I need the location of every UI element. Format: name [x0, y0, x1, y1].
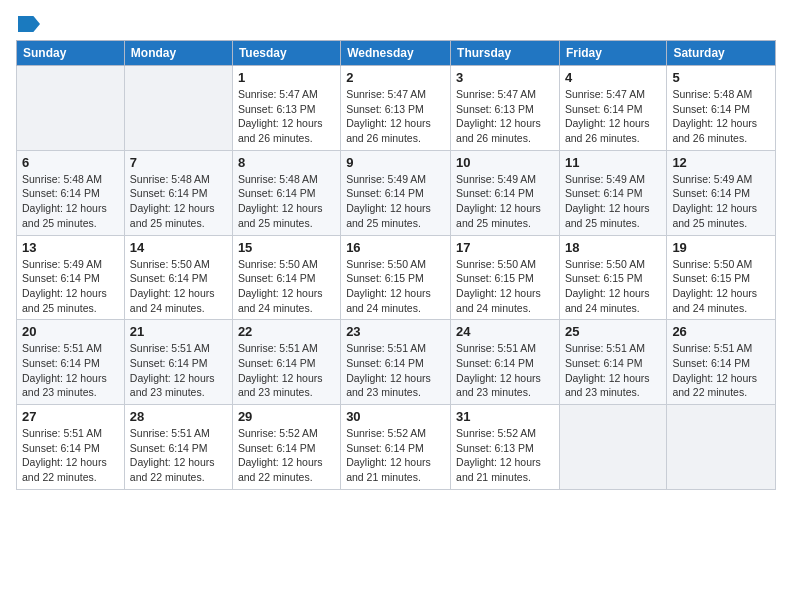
week-row-5: 27Sunrise: 5:51 AMSunset: 6:14 PMDayligh…	[17, 405, 776, 490]
day-number: 8	[238, 155, 335, 170]
day-info: Sunrise: 5:50 AMSunset: 6:14 PMDaylight:…	[238, 257, 335, 316]
day-number: 11	[565, 155, 661, 170]
column-header-thursday: Thursday	[451, 41, 560, 66]
logo-icon	[18, 16, 40, 32]
day-number: 6	[22, 155, 119, 170]
day-cell: 6Sunrise: 5:48 AMSunset: 6:14 PMDaylight…	[17, 150, 125, 235]
day-cell: 26Sunrise: 5:51 AMSunset: 6:14 PMDayligh…	[667, 320, 776, 405]
day-number: 5	[672, 70, 770, 85]
day-cell: 10Sunrise: 5:49 AMSunset: 6:14 PMDayligh…	[451, 150, 560, 235]
week-row-3: 13Sunrise: 5:49 AMSunset: 6:14 PMDayligh…	[17, 235, 776, 320]
calendar: SundayMondayTuesdayWednesdayThursdayFrid…	[16, 40, 776, 490]
day-cell: 30Sunrise: 5:52 AMSunset: 6:14 PMDayligh…	[341, 405, 451, 490]
day-number: 25	[565, 324, 661, 339]
day-cell: 1Sunrise: 5:47 AMSunset: 6:13 PMDaylight…	[232, 66, 340, 151]
calendar-header-row: SundayMondayTuesdayWednesdayThursdayFrid…	[17, 41, 776, 66]
day-number: 18	[565, 240, 661, 255]
day-number: 2	[346, 70, 445, 85]
day-number: 7	[130, 155, 227, 170]
day-number: 29	[238, 409, 335, 424]
day-number: 28	[130, 409, 227, 424]
day-info: Sunrise: 5:51 AMSunset: 6:14 PMDaylight:…	[22, 426, 119, 485]
day-info: Sunrise: 5:48 AMSunset: 6:14 PMDaylight:…	[672, 87, 770, 146]
day-cell: 11Sunrise: 5:49 AMSunset: 6:14 PMDayligh…	[559, 150, 666, 235]
day-number: 9	[346, 155, 445, 170]
day-cell: 21Sunrise: 5:51 AMSunset: 6:14 PMDayligh…	[124, 320, 232, 405]
day-number: 17	[456, 240, 554, 255]
day-cell: 3Sunrise: 5:47 AMSunset: 6:13 PMDaylight…	[451, 66, 560, 151]
day-info: Sunrise: 5:51 AMSunset: 6:14 PMDaylight:…	[22, 341, 119, 400]
day-cell: 8Sunrise: 5:48 AMSunset: 6:14 PMDaylight…	[232, 150, 340, 235]
day-cell	[559, 405, 666, 490]
day-info: Sunrise: 5:51 AMSunset: 6:14 PMDaylight:…	[565, 341, 661, 400]
day-info: Sunrise: 5:47 AMSunset: 6:13 PMDaylight:…	[238, 87, 335, 146]
day-info: Sunrise: 5:50 AMSunset: 6:15 PMDaylight:…	[346, 257, 445, 316]
day-cell: 24Sunrise: 5:51 AMSunset: 6:14 PMDayligh…	[451, 320, 560, 405]
day-info: Sunrise: 5:48 AMSunset: 6:14 PMDaylight:…	[238, 172, 335, 231]
day-info: Sunrise: 5:51 AMSunset: 6:14 PMDaylight:…	[130, 426, 227, 485]
day-cell	[124, 66, 232, 151]
day-info: Sunrise: 5:51 AMSunset: 6:14 PMDaylight:…	[456, 341, 554, 400]
day-number: 1	[238, 70, 335, 85]
day-info: Sunrise: 5:49 AMSunset: 6:14 PMDaylight:…	[565, 172, 661, 231]
day-number: 31	[456, 409, 554, 424]
day-info: Sunrise: 5:51 AMSunset: 6:14 PMDaylight:…	[672, 341, 770, 400]
day-cell: 15Sunrise: 5:50 AMSunset: 6:14 PMDayligh…	[232, 235, 340, 320]
day-number: 24	[456, 324, 554, 339]
day-cell: 27Sunrise: 5:51 AMSunset: 6:14 PMDayligh…	[17, 405, 125, 490]
day-info: Sunrise: 5:49 AMSunset: 6:14 PMDaylight:…	[346, 172, 445, 231]
day-number: 14	[130, 240, 227, 255]
day-cell: 16Sunrise: 5:50 AMSunset: 6:15 PMDayligh…	[341, 235, 451, 320]
day-cell: 20Sunrise: 5:51 AMSunset: 6:14 PMDayligh…	[17, 320, 125, 405]
day-info: Sunrise: 5:47 AMSunset: 6:13 PMDaylight:…	[456, 87, 554, 146]
day-info: Sunrise: 5:52 AMSunset: 6:13 PMDaylight:…	[456, 426, 554, 485]
day-cell: 7Sunrise: 5:48 AMSunset: 6:14 PMDaylight…	[124, 150, 232, 235]
logo	[16, 16, 40, 32]
day-number: 15	[238, 240, 335, 255]
day-cell: 13Sunrise: 5:49 AMSunset: 6:14 PMDayligh…	[17, 235, 125, 320]
day-cell: 19Sunrise: 5:50 AMSunset: 6:15 PMDayligh…	[667, 235, 776, 320]
day-number: 12	[672, 155, 770, 170]
day-cell: 23Sunrise: 5:51 AMSunset: 6:14 PMDayligh…	[341, 320, 451, 405]
day-cell: 25Sunrise: 5:51 AMSunset: 6:14 PMDayligh…	[559, 320, 666, 405]
day-cell: 22Sunrise: 5:51 AMSunset: 6:14 PMDayligh…	[232, 320, 340, 405]
day-number: 4	[565, 70, 661, 85]
column-header-saturday: Saturday	[667, 41, 776, 66]
day-info: Sunrise: 5:47 AMSunset: 6:13 PMDaylight:…	[346, 87, 445, 146]
day-cell: 4Sunrise: 5:47 AMSunset: 6:14 PMDaylight…	[559, 66, 666, 151]
day-info: Sunrise: 5:50 AMSunset: 6:15 PMDaylight:…	[672, 257, 770, 316]
day-info: Sunrise: 5:50 AMSunset: 6:15 PMDaylight:…	[456, 257, 554, 316]
day-info: Sunrise: 5:49 AMSunset: 6:14 PMDaylight:…	[672, 172, 770, 231]
day-info: Sunrise: 5:48 AMSunset: 6:14 PMDaylight:…	[130, 172, 227, 231]
day-cell	[17, 66, 125, 151]
day-info: Sunrise: 5:51 AMSunset: 6:14 PMDaylight:…	[346, 341, 445, 400]
day-info: Sunrise: 5:49 AMSunset: 6:14 PMDaylight:…	[22, 257, 119, 316]
day-info: Sunrise: 5:48 AMSunset: 6:14 PMDaylight:…	[22, 172, 119, 231]
day-number: 26	[672, 324, 770, 339]
day-number: 21	[130, 324, 227, 339]
day-cell: 12Sunrise: 5:49 AMSunset: 6:14 PMDayligh…	[667, 150, 776, 235]
day-cell: 31Sunrise: 5:52 AMSunset: 6:13 PMDayligh…	[451, 405, 560, 490]
column-header-monday: Monday	[124, 41, 232, 66]
day-cell: 2Sunrise: 5:47 AMSunset: 6:13 PMDaylight…	[341, 66, 451, 151]
day-cell: 18Sunrise: 5:50 AMSunset: 6:15 PMDayligh…	[559, 235, 666, 320]
day-number: 30	[346, 409, 445, 424]
day-number: 22	[238, 324, 335, 339]
day-number: 10	[456, 155, 554, 170]
day-number: 16	[346, 240, 445, 255]
day-cell: 9Sunrise: 5:49 AMSunset: 6:14 PMDaylight…	[341, 150, 451, 235]
day-number: 3	[456, 70, 554, 85]
column-header-sunday: Sunday	[17, 41, 125, 66]
column-header-wednesday: Wednesday	[341, 41, 451, 66]
day-number: 23	[346, 324, 445, 339]
day-cell	[667, 405, 776, 490]
day-cell: 29Sunrise: 5:52 AMSunset: 6:14 PMDayligh…	[232, 405, 340, 490]
day-number: 20	[22, 324, 119, 339]
day-info: Sunrise: 5:47 AMSunset: 6:14 PMDaylight:…	[565, 87, 661, 146]
week-row-4: 20Sunrise: 5:51 AMSunset: 6:14 PMDayligh…	[17, 320, 776, 405]
day-number: 19	[672, 240, 770, 255]
day-number: 27	[22, 409, 119, 424]
day-number: 13	[22, 240, 119, 255]
day-info: Sunrise: 5:50 AMSunset: 6:14 PMDaylight:…	[130, 257, 227, 316]
day-info: Sunrise: 5:51 AMSunset: 6:14 PMDaylight:…	[130, 341, 227, 400]
